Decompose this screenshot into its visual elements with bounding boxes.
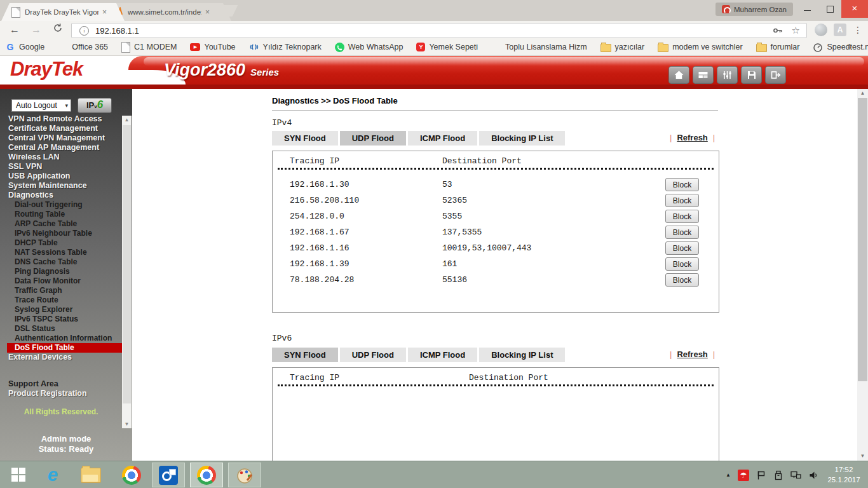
sidebar-item[interactable]: System Maintenance [0,181,122,191]
sidebar-item[interactable]: IPv6 TSPC Status [0,315,122,324]
speaker-icon[interactable] [808,470,818,480]
reload-button[interactable] [51,23,65,37]
password-key-icon[interactable] [773,25,783,36]
flood-tab[interactable]: Blocking IP List [479,348,565,362]
browser-menu-icon[interactable]: ⋮ [853,23,863,37]
window-minimize-button[interactable] [796,0,818,18]
scrollbar-thumb[interactable] [123,125,131,403]
sidebar-item[interactable]: DoS Flood Table [7,343,122,353]
sidebar-item[interactable]: Ping Diagnosis [0,267,122,276]
scroll-down-icon[interactable]: ▼ [122,420,132,428]
sidebar-item[interactable]: DNS Cache Table [0,257,122,267]
bookmark-star-icon[interactable]: ☆ [792,25,800,36]
sidebar-item[interactable]: IPv6 Neighbour Table [0,229,122,238]
address-bar[interactable]: i 192.168.1.1 ☆ [71,23,807,38]
sidebar-item[interactable]: Traffic Graph [0,286,122,295]
action-center-flag-icon[interactable] [756,470,766,480]
flood-tab[interactable]: UDP Flood [340,348,406,362]
block-button[interactable]: Block [665,241,699,255]
logout-button[interactable] [765,66,786,84]
sidebar-item-product-registration[interactable]: Product Registration [0,389,122,398]
sidebar-item[interactable]: Central VPN Management [0,133,122,143]
bookmark-item[interactable]: ▶ YouTube [190,43,235,51]
sidebar-item[interactable]: Data Flow Monitor [0,276,122,286]
flood-tab[interactable]: UDP Flood [340,131,406,146]
flood-tab[interactable]: Blocking IP List [479,131,565,146]
bookmark-item[interactable]: Web WhatsApp [335,43,403,52]
taskbar-outlook[interactable] [152,463,185,487]
block-button[interactable]: Block [665,257,699,271]
save-button[interactable] [741,66,762,84]
bookmark-item[interactable]: Speedtest.net by Ook [813,42,868,52]
sidebar-item-support-area[interactable]: Support Area [0,379,122,389]
bookmark-item[interactable]: Y Yemek Sepeti [416,43,478,51]
settings-button[interactable] [717,66,738,84]
refresh-link[interactable]: Refresh [677,133,707,142]
bookmark-item[interactable]: Yıldız Teknopark [249,42,322,52]
scroll-up-icon[interactable]: ▲ [857,89,868,98]
back-button[interactable]: ← [8,23,22,37]
sidebar-item[interactable]: SSL VPN [0,162,122,172]
sidebar-item[interactable]: Syslog Explorer [0,305,122,315]
taskbar-chrome-pinned[interactable] [118,463,145,487]
tab-close-icon[interactable]: × [102,8,107,16]
sidebar-item[interactable]: USB Application [0,172,122,181]
sidebar-item[interactable]: DHCP Table [0,238,122,248]
flood-tab[interactable]: SYN Flood [272,131,338,146]
sidebar-item[interactable]: ARP Cache Table [0,219,122,229]
taskbar-clock[interactable]: 17:52 25.1.2017 [824,464,864,485]
page-info-icon[interactable]: i [79,26,89,36]
profile-chip[interactable]: Muharrem Ozan [715,3,793,16]
sidebar-item[interactable]: External Devices [0,353,122,362]
block-button[interactable]: Block [665,194,699,207]
scroll-up-icon[interactable]: ▲ [122,116,132,124]
sidebar-item[interactable]: Trace Route [0,295,122,305]
scroll-down-icon[interactable]: ▼ [857,452,868,461]
forward-button[interactable]: → [29,23,43,37]
taskbar-file-explorer[interactable] [78,463,104,487]
auto-logout-select[interactable]: Auto Logout ▾ [11,99,71,112]
browser-tab-draytek[interactable]: DrayTek DrayTek Vigor28 × [1,3,125,21]
flood-tab[interactable]: ICMP Flood [408,348,477,362]
sidebar-item[interactable]: Diagnostics [0,191,122,200]
sidebar-item[interactable]: Certificate Management [0,124,122,133]
tray-chevron-icon[interactable]: ▲ [726,472,731,478]
taskbar-paint[interactable] [228,463,261,487]
avira-icon[interactable]: ☂ [738,470,749,481]
bookmarks-overflow-icon[interactable]: » [847,41,852,51]
sidebar-item[interactable]: NAT Sessions Table [0,248,122,257]
usb-device-icon[interactable] [773,470,783,480]
bookmark-item[interactable]: forumlar [756,42,800,52]
scrollbar-thumb[interactable] [858,98,867,381]
sidebar-item[interactable]: Routing Table [0,210,122,219]
flood-tab[interactable]: SYN Flood [272,348,338,362]
tab-close-icon[interactable]: × [205,8,210,16]
bookmark-item[interactable]: yazıcılar [600,42,645,52]
sidebar-item[interactable]: VPN and Remote Access [0,114,122,124]
sidebar-scrollbar[interactable]: ▲ ▼ [122,116,132,428]
sidebar-item[interactable]: Dial-out Triggering [0,200,122,210]
home-button[interactable] [668,66,689,84]
refresh-link[interactable]: Refresh [677,349,707,359]
extension-globe-icon[interactable] [815,24,827,36]
start-button[interactable] [8,465,29,484]
bookmark-item[interactable]: Office 365 [58,42,108,52]
sidebar-item[interactable]: DSL Status [0,324,122,334]
taskbar-internet-explorer[interactable]: e [39,463,66,487]
network-icon[interactable] [790,470,801,480]
sidebar-item[interactable]: Wireless LAN [0,152,122,162]
ipv6-button[interactable]: IPv6 [78,98,112,113]
sidebar-item[interactable]: Central AP Management [0,143,122,152]
window-close-button[interactable]: × [841,0,868,18]
bookmark-item[interactable]: modem ve switchler [658,42,742,52]
extension-adobe-icon[interactable]: A [834,24,846,36]
block-button[interactable]: Block [665,178,699,191]
sidebar-item[interactable]: Authentication Information [0,334,122,343]
bookmark-item[interactable]: G Google [5,42,44,52]
taskbar-chrome-active[interactable] [190,463,223,487]
block-button[interactable]: Block [665,226,699,239]
window-restore-button[interactable] [818,0,841,18]
page-scrollbar[interactable]: ▲ ▼ [857,89,868,461]
flood-tab[interactable]: ICMP Flood [408,131,477,146]
block-button[interactable]: Block [665,210,699,223]
